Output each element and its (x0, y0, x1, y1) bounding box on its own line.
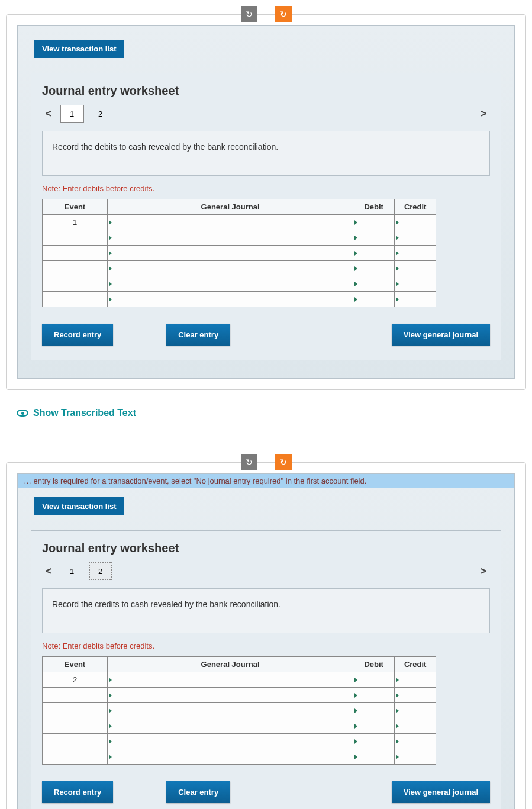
cell-journal[interactable] (108, 749, 353, 765)
cell-debit[interactable] (353, 734, 395, 749)
cell-event[interactable] (43, 230, 108, 246)
cell-debit[interactable] (353, 718, 395, 734)
cell-journal[interactable] (108, 734, 353, 749)
table-row (43, 703, 436, 718)
cell-debit[interactable] (353, 292, 395, 307)
dropdown-icon (396, 297, 399, 302)
cell-event[interactable] (43, 718, 108, 734)
dropdown-icon (396, 724, 399, 729)
undo-button[interactable]: ↻ (241, 6, 257, 22)
cell-journal[interactable] (108, 246, 353, 261)
cell-credit[interactable] (395, 749, 436, 765)
dropdown-icon (396, 236, 399, 240)
journal-entry-table: Event General Journal Debit Credit 1 (42, 199, 436, 307)
pager-next[interactable]: > (476, 563, 490, 580)
cell-debit[interactable] (353, 261, 395, 276)
pager-page-2[interactable]: 2 (89, 562, 112, 580)
cell-journal[interactable] (108, 688, 353, 703)
view-general-journal-button[interactable]: View general journal (392, 781, 490, 803)
table-row (43, 246, 436, 261)
pager-next[interactable]: > (476, 105, 490, 123)
cell-event[interactable] (43, 261, 108, 276)
cell-event[interactable] (43, 749, 108, 765)
cell-debit[interactable] (353, 276, 395, 292)
cell-journal[interactable] (108, 672, 353, 688)
cell-debit[interactable] (353, 246, 395, 261)
dropdown-icon (109, 220, 112, 225)
cell-event[interactable] (43, 292, 108, 307)
dropdown-icon (354, 739, 357, 744)
cell-journal[interactable] (108, 703, 353, 718)
pager-prev[interactable]: < (42, 563, 56, 580)
show-transcribed-toggle[interactable]: Show Transcribed Text (17, 408, 526, 418)
table-row: 2 (43, 672, 436, 688)
header-debit: Debit (353, 657, 395, 672)
cell-credit[interactable] (395, 292, 436, 307)
cell-credit[interactable] (395, 703, 436, 718)
redo-button[interactable]: ↻ (275, 6, 292, 22)
cell-credit[interactable] (395, 261, 436, 276)
cell-credit[interactable] (395, 718, 436, 734)
dropdown-icon (354, 708, 357, 713)
cell-event[interactable] (43, 703, 108, 718)
cell-credit[interactable] (395, 276, 436, 292)
cell-journal[interactable] (108, 215, 353, 230)
undo-button[interactable]: ↻ (241, 454, 257, 470)
pager-page-1[interactable]: 1 (60, 562, 84, 580)
cell-event[interactable] (43, 246, 108, 261)
record-entry-button[interactable]: Record entry (42, 781, 113, 803)
header-journal: General Journal (108, 199, 353, 215)
view-general-journal-button[interactable]: View general journal (392, 324, 490, 346)
cell-debit[interactable] (353, 215, 395, 230)
dropdown-icon (354, 236, 357, 240)
note-text: Note: Enter debits before credits. (42, 184, 490, 193)
cell-debit[interactable] (353, 230, 395, 246)
hint-strip: … entry is required for a transaction/ev… (18, 474, 514, 488)
view-transaction-list-button[interactable]: View transaction list (34, 40, 124, 58)
view-transaction-list-button[interactable]: View transaction list (34, 497, 124, 515)
pager-prev[interactable]: < (42, 105, 56, 123)
worksheet-card-2: … entry is required for a transaction/ev… (6, 462, 526, 809)
clear-entry-button[interactable]: Clear entry (166, 324, 230, 346)
dropdown-icon (109, 678, 112, 682)
table-row (43, 230, 436, 246)
table-row (43, 292, 436, 307)
cell-event[interactable] (43, 734, 108, 749)
cell-journal[interactable] (108, 230, 353, 246)
cell-event[interactable]: 1 (43, 215, 108, 230)
dropdown-icon (396, 266, 399, 271)
header-credit: Credit (395, 199, 436, 215)
cell-credit[interactable] (395, 230, 436, 246)
cell-debit[interactable] (353, 703, 395, 718)
cell-debit[interactable] (353, 672, 395, 688)
clear-entry-button[interactable]: Clear entry (166, 781, 230, 803)
dropdown-icon (354, 251, 357, 256)
cell-event[interactable]: 2 (43, 672, 108, 688)
cell-journal[interactable] (108, 261, 353, 276)
dropdown-icon (396, 678, 399, 682)
cell-credit[interactable] (395, 688, 436, 703)
cell-credit[interactable] (395, 246, 436, 261)
cell-event[interactable] (43, 276, 108, 292)
cell-journal[interactable] (108, 718, 353, 734)
table-row (43, 718, 436, 734)
worksheet-title: Journal entry worksheet (42, 542, 490, 555)
cell-debit[interactable] (353, 749, 395, 765)
worksheet-card-1: View transaction list Journal entry work… (6, 14, 526, 390)
dropdown-icon (109, 251, 112, 256)
pager-page-1[interactable]: 1 (60, 105, 84, 123)
cell-debit[interactable] (353, 688, 395, 703)
cell-journal[interactable] (108, 292, 353, 307)
worksheet-title: Journal entry worksheet (42, 84, 490, 98)
cell-credit[interactable] (395, 734, 436, 749)
instruction-box: Record the credits to cash revealed by t… (42, 588, 490, 633)
cell-journal[interactable] (108, 276, 353, 292)
record-entry-button[interactable]: Record entry (42, 324, 113, 346)
pager-page-2[interactable]: 2 (89, 105, 112, 123)
dropdown-icon (354, 678, 357, 682)
redo-button[interactable]: ↻ (275, 454, 292, 470)
cell-credit[interactable] (395, 215, 436, 230)
cell-event[interactable] (43, 688, 108, 703)
cell-credit[interactable] (395, 672, 436, 688)
dropdown-icon (354, 282, 357, 286)
